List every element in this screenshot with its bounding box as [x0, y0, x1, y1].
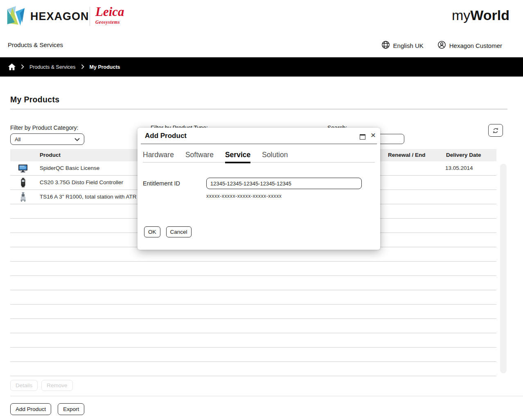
table-row-empty	[10, 333, 496, 348]
globe-icon	[381, 41, 390, 50]
table-row-empty	[10, 276, 496, 290]
refresh-button[interactable]	[488, 124, 503, 137]
tabs-divider	[143, 162, 375, 163]
table-row-empty	[10, 262, 496, 276]
export-button[interactable]: Export	[58, 403, 84, 415]
entitlement-id-label: Entitlement ID	[143, 180, 180, 187]
remove-button[interactable]: Remove	[41, 380, 72, 391]
chevron-right-icon	[81, 63, 84, 71]
tab-service[interactable]: Service	[225, 151, 250, 163]
product-name: TS16 A 3" R1000, total station with ATR	[40, 194, 136, 200]
maximize-icon[interactable]	[360, 134, 365, 140]
home-icon[interactable]	[8, 63, 16, 70]
breadcrumb: Products & Services My Products	[0, 57, 523, 77]
hexagon-wordmark: HEXAGON	[30, 10, 89, 23]
myworld-logo-light: my	[452, 7, 470, 23]
ok-button[interactable]: OK	[144, 226, 160, 237]
myworld-portal-page: HEXAGON Leica Geosystems myWorld Product…	[0, 0, 523, 420]
page-title: My Products	[10, 95, 59, 104]
language-label: English UK	[393, 42, 424, 49]
monitor-icon	[18, 163, 28, 173]
product-name: SpiderQC Basic License	[40, 165, 99, 171]
dialog-title: Add Product	[145, 132, 187, 140]
breadcrumb-my-products: My Products	[90, 64, 120, 70]
chevron-right-icon	[21, 63, 24, 71]
chevron-down-icon	[74, 136, 80, 142]
filter-category-select[interactable]: All	[10, 133, 84, 145]
user-icon	[437, 41, 446, 50]
add-product-dialog: Add Product × Hardware Software Service …	[138, 128, 380, 250]
product-delivery-date: 13.05.2014	[445, 165, 473, 171]
language-selector[interactable]: English UK	[381, 41, 424, 50]
table-scrollbar[interactable]	[500, 164, 507, 373]
table-row-empty	[10, 362, 496, 376]
cancel-button[interactable]: Cancel	[166, 226, 192, 237]
field-controller-icon	[18, 178, 28, 187]
entitlement-id-hint: xxxxx-xxxxx-xxxxx-xxxxx-xxxxx	[206, 193, 282, 199]
hexagon-logo-icon	[4, 5, 26, 29]
table-row-empty	[10, 290, 496, 305]
title-divider	[10, 109, 507, 109]
breadcrumb-products-services[interactable]: Products & Services	[29, 64, 76, 70]
tab-solution[interactable]: Solution	[262, 151, 288, 162]
details-button[interactable]: Details	[10, 380, 38, 391]
add-product-button[interactable]: Add Product	[10, 403, 51, 415]
table-row-empty	[10, 319, 496, 333]
column-header-product[interactable]: Product	[40, 152, 61, 158]
dialog-title-divider	[141, 144, 377, 144]
myworld-logo-bold: World	[470, 7, 509, 23]
column-header-delivery-date[interactable]: Delivery Date	[446, 152, 481, 158]
entitlement-id-input[interactable]	[206, 178, 362, 189]
actions-divider	[10, 396, 523, 396]
logo-divider	[90, 7, 90, 26]
user-menu[interactable]: Hexagon Customer	[437, 41, 502, 50]
product-name: CS20 3.75G Disto Field Controller	[40, 179, 123, 185]
refresh-icon	[492, 127, 499, 134]
close-icon[interactable]: ×	[371, 130, 376, 140]
nav-products-services[interactable]: Products & Services	[8, 41, 63, 48]
leica-sub-wordmark: Geosystems	[95, 20, 124, 25]
filter-category-value: All	[15, 136, 20, 142]
total-station-icon	[18, 192, 28, 202]
dialog-tabs: Hardware Software Service Solution	[143, 151, 288, 163]
tab-software[interactable]: Software	[185, 151, 214, 162]
leica-logo: Leica Geosystems	[95, 5, 124, 25]
myworld-logo: myWorld	[452, 7, 509, 23]
table-row-empty	[10, 305, 496, 319]
leica-wordmark: Leica	[95, 5, 124, 18]
filter-category-label: Filter by Product Category:	[10, 124, 79, 131]
column-header-renewal-end[interactable]: Renewal / End	[388, 152, 426, 158]
tab-hardware[interactable]: Hardware	[143, 151, 174, 162]
user-label: Hexagon Customer	[449, 42, 502, 49]
table-row-empty	[10, 348, 496, 362]
